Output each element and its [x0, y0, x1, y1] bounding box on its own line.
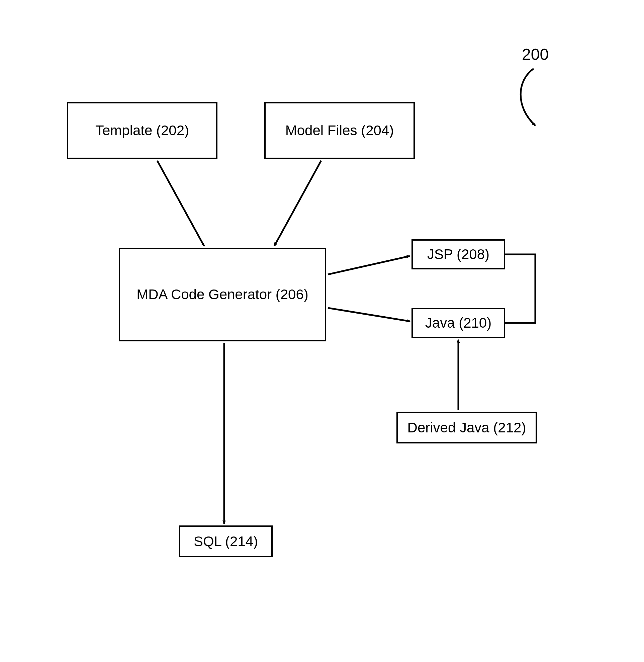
box-model-files: Model Files (204) — [264, 102, 415, 159]
box-derived-java: Derived Java (212) — [396, 412, 537, 443]
figure-number-arrow — [521, 69, 535, 126]
arrow-mda-to-java — [328, 308, 410, 321]
diagram-canvas: 200 Template (202) Model Files (204) MDA… — [0, 0, 644, 662]
box-mda-generator: MDA Code Generator (206) — [119, 248, 326, 341]
box-java-label: Java (210) — [425, 315, 491, 331]
box-mda-generator-label: MDA Code Generator (206) — [137, 286, 308, 303]
box-java: Java (210) — [412, 308, 505, 338]
box-template-label: Template (202) — [95, 123, 189, 138]
connector-jsp-java — [505, 255, 535, 323]
figure-number-label: 200 — [522, 45, 549, 64]
arrow-mda-to-jsp — [328, 256, 410, 274]
box-jsp-label: JSP (208) — [427, 246, 489, 262]
arrow-modelfiles-to-mda — [274, 161, 321, 246]
box-jsp: JSP (208) — [412, 239, 505, 269]
box-sql: SQL (214) — [179, 526, 273, 557]
box-sql-label: SQL (214) — [194, 533, 258, 550]
box-model-files-label: Model Files (204) — [285, 123, 394, 138]
box-derived-java-label: Derived Java (212) — [408, 420, 526, 436]
box-template: Template (202) — [67, 102, 217, 159]
arrow-template-to-mda — [157, 161, 204, 246]
